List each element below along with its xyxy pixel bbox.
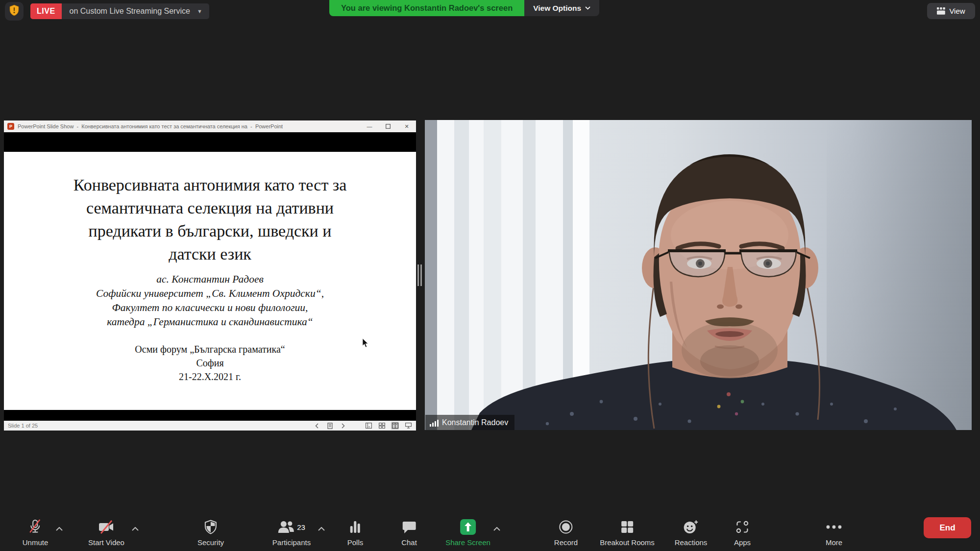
powerpoint-statusbar: Slide 1 of 25 [4, 421, 416, 431]
reading-view-button[interactable] [391, 422, 399, 430]
start-video-button[interactable]: Start Video [88, 518, 124, 547]
minimize-button[interactable]: — [360, 120, 379, 132]
view-options-label: View Options [533, 4, 581, 13]
powerpoint-window: P PowerPoint Slide Show - Конверсивната … [4, 120, 416, 431]
gallery-view-icon [937, 7, 945, 15]
slide-sorter-view-button[interactable] [378, 422, 386, 430]
pen-menu-button[interactable] [326, 422, 334, 430]
reactions-label: Reactions [675, 538, 708, 547]
live-stream-dropdown[interactable]: LIVE on Custom Live Streaming Service ▼ [30, 3, 209, 19]
slide-counter: Slide 1 of 25 [8, 423, 38, 429]
participant-video-portrait [425, 120, 972, 430]
participant-name: Konstantin Radoev [442, 418, 508, 427]
reactions-button[interactable]: Reactions [675, 518, 708, 547]
participants-icon [278, 520, 294, 534]
more-dots-icon [826, 525, 842, 529]
more-label: More [826, 538, 842, 547]
participants-count: 23 [297, 523, 305, 531]
maximize-button[interactable] [379, 120, 397, 132]
powerpoint-app-icon: P [7, 123, 14, 130]
record-label: Record [554, 538, 578, 547]
connection-signal-icon [430, 419, 439, 427]
participant-video-tile: Konstantin Radoev [425, 120, 972, 430]
normal-view-button[interactable] [365, 422, 372, 430]
polls-label: Polls [347, 538, 364, 547]
unmute-label: Unmute [23, 538, 49, 547]
powerpoint-titlebar: P PowerPoint Slide Show - Конверсивната … [4, 120, 416, 132]
security-label: Security [197, 538, 224, 547]
audio-options-chevron[interactable] [56, 524, 63, 533]
reactions-icon [683, 520, 699, 534]
security-shield-icon [204, 520, 217, 534]
participants-label: Participants [272, 538, 311, 547]
zoom-meeting-window: LIVE on Custom Live Streaming Service ▼ … [0, 0, 980, 551]
participant-name-tag: Konstantin Radoev [425, 415, 514, 430]
start-video-label: Start Video [88, 538, 124, 547]
share-screen-icon [460, 519, 476, 535]
share-options-chevron[interactable] [493, 524, 500, 533]
slide-footer-block: Осми форум „Българска граматика“ София 2… [4, 342, 416, 383]
record-button[interactable]: Record [554, 518, 578, 547]
apps-icon [735, 520, 749, 534]
view-button[interactable]: View [927, 3, 975, 19]
slide-author-block: ас. Константин Радоев Софийски университ… [4, 272, 416, 329]
meeting-toolbar: Unmute Start Video [0, 509, 980, 551]
warning-shield-icon [9, 4, 20, 18]
apps-button[interactable]: Apps [734, 518, 751, 547]
view-options-dropdown[interactable]: View Options [524, 0, 599, 16]
chat-label: Chat [401, 538, 417, 547]
participants-button[interactable]: 23 Participants [272, 518, 311, 547]
slide-1: Конверсивната антонимия като тест за сем… [4, 152, 416, 410]
unmute-button[interactable]: Unmute [23, 518, 49, 547]
chat-button[interactable]: Chat [401, 518, 417, 547]
maximize-icon [386, 124, 391, 129]
view-button-label: View [949, 7, 965, 15]
chat-icon [402, 520, 416, 534]
chevron-down-icon [585, 6, 590, 10]
slideshow-area: Конверсивната антонимия като тест за сем… [4, 132, 416, 421]
screen-share-banner: You are viewing Konstantin Radoev's scre… [329, 0, 599, 16]
participants-chevron[interactable] [318, 524, 325, 533]
chevron-down-icon: ▼ [197, 8, 209, 14]
slideshow-view-button[interactable] [404, 422, 412, 430]
video-options-chevron[interactable] [132, 524, 139, 533]
apps-label: Apps [734, 538, 751, 547]
live-badge: LIVE [30, 3, 62, 19]
security-warning-button[interactable] [5, 2, 24, 21]
security-button[interactable]: Security [197, 518, 224, 547]
share-screen-button[interactable]: Share Screen [445, 518, 490, 547]
layout-split-handle[interactable] [417, 264, 422, 286]
breakout-rooms-button[interactable]: Breakout Rooms [600, 518, 655, 547]
close-button[interactable]: ✕ [397, 120, 416, 132]
share-screen-label: Share Screen [445, 538, 490, 547]
previous-slide-button[interactable] [313, 422, 320, 430]
end-meeting-button[interactable]: End [924, 517, 971, 538]
breakout-rooms-label: Breakout Rooms [600, 538, 655, 547]
polls-icon [349, 520, 362, 534]
microphone-muted-icon [28, 519, 43, 535]
slide-title: Конверсивната антонимия като тест за сем… [4, 173, 416, 265]
window-title: PowerPoint Slide Show - Конверсивната ан… [18, 123, 283, 129]
viewing-status-text: You are viewing Konstantin Radoev's scre… [329, 0, 524, 16]
camera-off-icon [98, 520, 115, 534]
breakout-rooms-icon [620, 520, 634, 534]
more-button[interactable]: More [826, 518, 842, 547]
next-slide-button[interactable] [339, 422, 347, 430]
polls-button[interactable]: Polls [347, 518, 364, 547]
record-icon [559, 520, 573, 534]
live-stream-label: on Custom Live Streaming Service [62, 7, 197, 16]
